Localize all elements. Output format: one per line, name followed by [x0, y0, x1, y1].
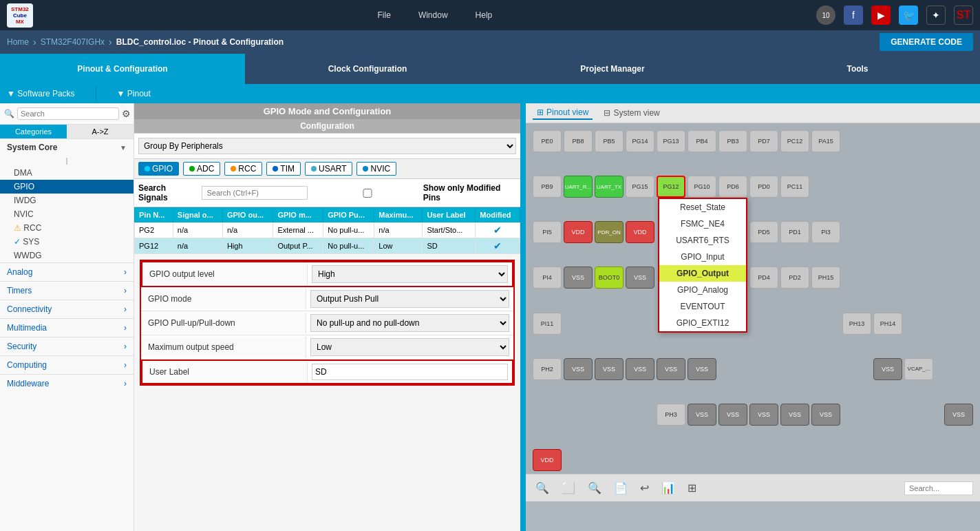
tab-pinout[interactable]: Pinout & Configuration — [0, 54, 245, 84]
menu-help[interactable]: Help — [476, 10, 493, 20]
pin-tab-tim[interactable]: TIM — [266, 162, 301, 176]
sidebar-item-dma[interactable]: DMA — [0, 166, 134, 180]
chip-pin-pi11[interactable]: PI11 — [533, 313, 562, 335]
chip-pin-vss1[interactable]: VSS — [564, 267, 593, 289]
chip-pin-vss7[interactable]: VSS — [688, 358, 716, 380]
pin-tab-adc[interactable]: ADC — [183, 162, 220, 176]
breadcrumb-file[interactable]: BLDC_control.ioc - Pinout & Configuratio… — [116, 37, 284, 47]
st-icon[interactable]: ✦ — [926, 6, 946, 25]
breadcrumb-device[interactable]: STM32F407IGHx — [41, 37, 105, 47]
zoom-out-icon[interactable]: 🔍 — [585, 479, 604, 497]
chip-pin-pb5[interactable]: PB5 — [595, 130, 624, 152]
chip-pin-pd2[interactable]: PD2 — [780, 267, 809, 289]
split-icon[interactable]: ⊞ — [685, 479, 699, 497]
gpio-pullup-select[interactable]: No pull-up and no pull-down Pull-up Pull… — [310, 314, 509, 332]
st-logo[interactable]: ST — [954, 6, 973, 25]
chip-pin-pb3[interactable]: PB3 — [718, 130, 747, 152]
chip-pin-ph14[interactable]: PH14 — [873, 313, 902, 335]
ctx-gpio-analog[interactable]: GPIO_Analog — [659, 282, 746, 298]
sidebar-category-connectivity[interactable]: Connectivity › — [0, 300, 134, 318]
sidebar-item-iwdg[interactable]: IWDG — [0, 194, 134, 207]
zoom-in-icon[interactable]: 🔍 — [533, 479, 552, 497]
facebook-icon[interactable]: f — [844, 6, 863, 25]
chip-pin-pi5[interactable]: PI5 — [533, 221, 562, 243]
pin-tab-gpio[interactable]: GPIO — [138, 162, 179, 176]
gpio-output-level-select[interactable]: High Low — [312, 265, 508, 283]
search-input[interactable] — [17, 107, 119, 120]
grid-icon[interactable]: 📊 — [659, 479, 678, 497]
chip-pin-pb9[interactable]: PB9 — [533, 176, 562, 198]
chip-pin-vss10[interactable]: VSS — [718, 404, 747, 426]
chip-pin-vdd1[interactable]: VDD — [564, 221, 593, 243]
chip-pin-vss6[interactable]: VSS — [657, 358, 685, 380]
chip-pin-pb8[interactable]: PB8 — [564, 130, 593, 152]
chip-pin-ph2[interactable]: PH2 — [533, 358, 562, 380]
chip-pin-vss3[interactable]: VSS — [564, 358, 593, 380]
chip-pin-uart-tx[interactable]: UART_TX — [595, 176, 624, 198]
generate-code-button[interactable]: GENERATE CODE — [880, 33, 973, 51]
pin-tab-usart[interactable]: USART — [305, 162, 352, 176]
chip-pin-pb4[interactable]: PB4 — [688, 130, 716, 152]
group-by-select[interactable]: Group By Peripherals — [138, 138, 516, 154]
signal-search-input[interactable] — [202, 186, 308, 200]
show-modified-checkbox[interactable] — [315, 189, 420, 198]
chip-pin-pa15[interactable]: PA15 — [811, 130, 840, 152]
chip-pin-vss11[interactable]: VSS — [749, 404, 778, 426]
chip-pin-vss4[interactable]: VSS — [595, 358, 624, 380]
sidebar-category-analog[interactable]: Analog › — [0, 262, 134, 281]
chip-pin-uart-rx[interactable]: UART_R... — [564, 176, 593, 198]
chip-pin-pd6[interactable]: PD6 — [718, 176, 747, 198]
sidebar-category-middleware[interactable]: Middleware › — [0, 374, 134, 393]
chip-pin-vcap[interactable]: VCAP_... — [904, 358, 933, 380]
chip-pin-vss8[interactable]: VSS — [873, 358, 902, 380]
chip-pin-ph3[interactable]: PH3 — [657, 404, 685, 426]
pin-tab-nvic[interactable]: NVIC — [356, 162, 396, 176]
filter-categories-button[interactable]: Categories — [0, 125, 67, 138]
ctx-reset-state[interactable]: Reset_State — [659, 199, 746, 216]
chip-pin-boot0[interactable]: BOOT0 — [595, 267, 624, 289]
chip-pin-pg13[interactable]: PG13 — [657, 130, 685, 152]
export-icon[interactable]: 📄 — [611, 479, 630, 497]
pin-tab-rcc[interactable]: RCC — [224, 162, 262, 176]
chip-search-input[interactable] — [904, 481, 973, 495]
undo-icon[interactable]: ↩ — [637, 479, 652, 497]
filter-az-button[interactable]: A->Z — [67, 125, 134, 138]
sidebar-category-computing[interactable]: Computing › — [0, 355, 134, 374]
fit-icon[interactable]: ⬜ — [559, 479, 578, 497]
ctx-gpio-output[interactable]: GPIO_Output — [659, 265, 746, 282]
tab-project[interactable]: Project Manager — [490, 54, 735, 84]
chip-pin-vdd2[interactable]: VDD — [626, 221, 654, 243]
menu-window[interactable]: Window — [418, 10, 448, 20]
chip-pin-pg15[interactable]: PG15 — [626, 176, 654, 198]
ctx-gpio-exti12[interactable]: GPIO_EXTI12 — [659, 315, 746, 331]
chip-pin-pd0[interactable]: PD0 — [749, 176, 778, 198]
sidebar-item-sys[interactable]: SYS — [0, 235, 134, 249]
menu-file[interactable]: File — [378, 10, 391, 20]
chip-pin-pd7[interactable]: PD7 — [749, 130, 778, 152]
chip-pin-pd4[interactable]: PD4 — [749, 267, 778, 289]
chip-pin-pc11[interactable]: PC11 — [780, 176, 809, 198]
youtube-icon[interactable]: ▶ — [871, 6, 891, 25]
gpio-speed-select[interactable]: Low Medium High Very High — [310, 338, 509, 356]
chip-pin-pc12[interactable]: PC12 — [780, 130, 809, 152]
chip-pin-pd5[interactable]: PD5 — [749, 221, 778, 243]
chip-pin-pdr-on[interactable]: PDR_ON — [595, 221, 624, 243]
ctx-eventout[interactable]: EVENTOUT — [659, 298, 746, 315]
sidebar-category-timers[interactable]: Timers › — [0, 281, 134, 300]
sidebar-item-wwdg[interactable]: WWDG — [0, 249, 134, 262]
ctx-gpio-input[interactable]: GPIO_Input — [659, 249, 746, 265]
chip-pin-vss13[interactable]: VSS — [811, 404, 840, 426]
chip-pin-vss12[interactable]: VSS — [780, 404, 809, 426]
sidebar-item-nvic[interactable]: NVIC — [0, 207, 134, 221]
chip-pin-vss5[interactable]: VSS — [626, 358, 654, 380]
ctx-fsmc-ne4[interactable]: FSMC_NE4 — [659, 216, 746, 232]
subtab-pinout[interactable]: ▼ Pinout — [117, 89, 151, 98]
breadcrumb-home[interactable]: Home — [7, 37, 29, 47]
tab-clock[interactable]: Clock Configuration — [245, 54, 490, 84]
sidebar-group-system-core[interactable]: System Core ▼ — [0, 139, 134, 156]
chip-pin-pd1[interactable]: PD1 — [780, 221, 809, 243]
ctx-usart6-rts[interactable]: USART6_RTS — [659, 232, 746, 249]
chip-pin-pg12[interactable]: PG12 Reset_State FSMC_NE4 USART6_RTS GPI… — [657, 176, 685, 198]
chip-pin-vss14[interactable]: VSS — [944, 404, 973, 426]
sidebar-category-security[interactable]: Security › — [0, 337, 134, 355]
